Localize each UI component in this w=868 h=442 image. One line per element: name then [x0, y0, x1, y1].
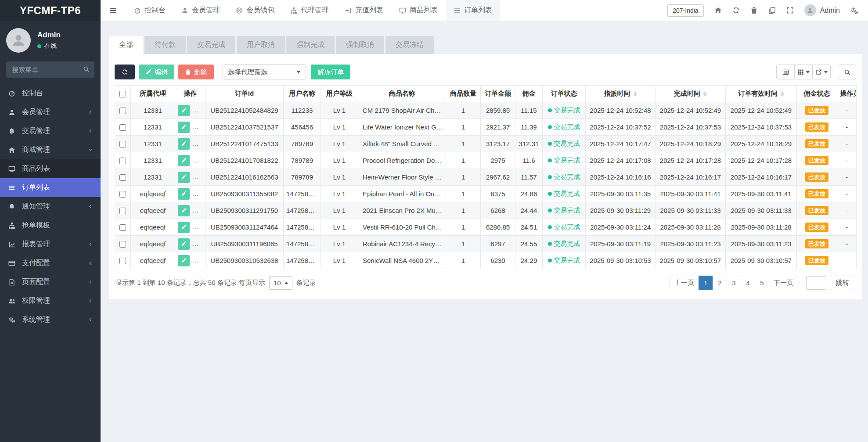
sidebar-item-notice-mgmt[interactable]: 通知管理 — [0, 197, 101, 216]
page-5-button[interactable]: 5 — [755, 276, 769, 290]
copy-button[interactable] — [768, 7, 776, 14]
page-size-select[interactable]: 10 — [269, 276, 292, 290]
row-checkbox[interactable] — [119, 241, 126, 248]
topnav-product-list[interactable]: 商品列表 — [391, 0, 446, 21]
row-edit-button[interactable] — [178, 205, 190, 216]
home-button[interactable] — [714, 7, 722, 14]
row-checkbox[interactable] — [119, 174, 126, 181]
row-edit-button[interactable] — [178, 188, 190, 200]
topnav-order-list[interactable]: 订单列表 — [446, 0, 500, 21]
row-checkbox[interactable] — [119, 158, 126, 164]
cell-quantity: 1 — [446, 102, 481, 119]
order-status: 交易完成 — [548, 240, 580, 248]
cell-agent: 12331 — [131, 102, 175, 119]
row-edit-button[interactable] — [178, 122, 190, 133]
cell-order-id: UB2512241037521537 — [205, 119, 284, 136]
row-edit-button[interactable] — [178, 255, 190, 266]
search-toggle-button[interactable] — [838, 65, 856, 79]
sidebar-item-mall-mgmt[interactable]: 商城管理 — [0, 140, 101, 159]
select-all-checkbox[interactable] — [119, 91, 126, 97]
page-jump-input[interactable] — [806, 276, 826, 290]
sidebar-item-system-mgmt[interactable]: 系统管理 — [0, 310, 101, 329]
tab-pending-payment[interactable]: 待付款 — [144, 36, 186, 54]
commission-status-badge: 已发放 — [805, 156, 828, 165]
angle-left-icon — [87, 298, 93, 304]
sort-carets-icon — [781, 91, 784, 97]
tab-all[interactable]: 全部 — [109, 36, 143, 54]
refresh-button[interactable] — [115, 65, 135, 79]
fullscreen-button[interactable] — [786, 7, 794, 14]
tab-trade-complete[interactable]: 交易完成 — [187, 36, 235, 54]
status-dot-icon — [548, 208, 552, 212]
row-checkbox[interactable] — [119, 258, 126, 264]
row-checkbox[interactable] — [119, 124, 126, 131]
cell-commission-status: 已发放 — [797, 186, 837, 202]
commission-status-badge: 已发放 — [805, 139, 828, 148]
page-1-button[interactable]: 1 — [699, 276, 713, 290]
search-icon — [83, 66, 90, 72]
next-page-button[interactable]: 下一页 — [769, 276, 798, 290]
home-icon — [714, 7, 722, 14]
prev-page-button[interactable]: 上一页 — [670, 276, 699, 290]
row-edit-button[interactable] — [178, 238, 190, 250]
topbar-user[interactable]: Admin — [804, 4, 840, 16]
page-jump-button[interactable]: 跳转 — [830, 276, 855, 290]
cell-quantity: 1 — [446, 136, 481, 152]
cogs-icon[interactable] — [850, 7, 858, 14]
edit-button[interactable]: 编辑 — [139, 65, 174, 79]
sidebar-toggle-button[interactable] — [101, 0, 126, 21]
row-edit-button[interactable] — [178, 155, 190, 166]
detail-view-button[interactable] — [776, 65, 795, 79]
sidebar-item-report-mgmt[interactable]: 报表管理 — [0, 235, 101, 254]
page-3-button[interactable]: 3 — [727, 276, 741, 290]
delete-button[interactable]: 删除 — [178, 65, 214, 79]
topnav-member[interactable]: 会员管理 — [173, 0, 228, 21]
agent-filter-select[interactable]: 选择代理筛选 — [223, 65, 306, 79]
cell-quantity: 1 — [446, 119, 481, 136]
sidebar-item-trade-mgmt[interactable]: ฿交易管理 — [0, 122, 101, 140]
col-finish-time[interactable]: 完成时间 — [656, 86, 726, 102]
row-checkbox[interactable] — [119, 224, 126, 231]
sidebar-search-input[interactable] — [6, 61, 94, 78]
row-checkbox[interactable] — [119, 191, 126, 198]
topnav-recharge[interactable]: 充值列表 — [337, 0, 391, 21]
col-assign-time[interactable]: 指派时间 — [586, 86, 656, 102]
col-valid-time[interactable]: 订单有效时间 — [726, 86, 797, 102]
cell-order-id: UB2509300311355082 — [205, 186, 284, 202]
export-button[interactable] — [812, 65, 831, 79]
refresh-button[interactable] — [732, 7, 740, 14]
table-row: eqfqeeqfUB2509300311355082147258369Lv 1E… — [115, 186, 857, 202]
tab-trade-frozen[interactable]: 交易冻结 — [385, 36, 434, 54]
trash-button[interactable] — [750, 7, 758, 14]
sidebar-item-permission-mgmt[interactable]: 权限管理 — [0, 291, 101, 310]
cell-quantity: 1 — [446, 152, 481, 169]
unfreeze-order-button[interactable]: 解冻订单 — [311, 65, 350, 79]
cell-agent: 12331 — [131, 119, 175, 136]
sidebar-item-page-config[interactable]: 页面配置 — [0, 273, 101, 291]
sidebar-item-member-mgmt[interactable]: 会员管理 — [0, 103, 101, 122]
sidebar-item-grab-template[interactable]: 抢单模板 — [0, 216, 101, 235]
row-checkbox[interactable] — [119, 208, 126, 214]
cell-valid-time: 2025-09-30 03:11:23 — [726, 236, 797, 252]
topbar-actions — [714, 7, 794, 14]
page-4-button[interactable]: 4 — [741, 276, 755, 290]
topnav-wallet[interactable]: 会员钱包 — [228, 0, 282, 21]
page-2-button[interactable]: 2 — [713, 276, 727, 290]
tab-force-complete[interactable]: 强制完成 — [286, 36, 335, 54]
sidebar-item-dashboard[interactable]: 控制台 — [0, 84, 101, 103]
row-checkbox[interactable] — [119, 141, 126, 147]
columns-button[interactable] — [794, 65, 813, 79]
row-checkbox[interactable] — [119, 108, 126, 114]
tab-force-cancel[interactable]: 强制取消 — [336, 36, 384, 54]
sidebar-item-order-list[interactable]: 订单列表 — [0, 178, 101, 197]
row-edit-button[interactable] — [178, 138, 190, 150]
row-edit-button[interactable] — [178, 105, 190, 116]
topnav-agent[interactable]: 代理管理 — [282, 0, 337, 21]
row-edit-button[interactable] — [178, 222, 190, 233]
topnav-dashboard[interactable]: 控制台 — [126, 0, 173, 21]
tab-user-cancel[interactable]: 用户取消 — [237, 36, 285, 54]
sidebar-item-product-list[interactable]: 商品列表 — [0, 159, 101, 178]
sidebar-item-payment-config[interactable]: 支付配置 — [0, 254, 101, 273]
row-edit-button[interactable] — [178, 172, 190, 183]
cell-assign-time: 2025-09-30 03:11:19 — [586, 236, 656, 252]
